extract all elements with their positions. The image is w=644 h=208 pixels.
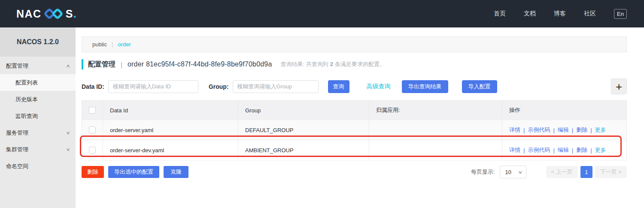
- nav-link-docs[interactable]: 文档: [524, 10, 536, 18]
- sidebar-item-cluster-management[interactable]: 集群管理 ∨: [0, 141, 76, 158]
- add-config-button[interactable]: +: [611, 78, 627, 94]
- breadcrumb-namespace-public[interactable]: public: [92, 41, 107, 48]
- next-page-button[interactable]: 下一页 >: [595, 166, 627, 178]
- page-size-select[interactable]: 10 ∨: [500, 166, 526, 178]
- cell-group: AMBIENT_GROUP: [238, 140, 369, 160]
- breadcrumb-namespace-order[interactable]: order: [118, 41, 131, 48]
- group-label: Group:: [209, 83, 229, 90]
- top-navbar: NAC S. 首页 文档 博客 社区 En: [0, 0, 644, 27]
- edit-link[interactable]: 编辑: [558, 126, 569, 134]
- logo-dot: .: [73, 8, 76, 20]
- more-link[interactable]: 更多: [595, 146, 606, 154]
- cell-app: [369, 140, 502, 160]
- nacos-infinity-icon: [43, 8, 65, 20]
- header-app: 归属应用:: [369, 101, 502, 120]
- main-content: public | order 配置管理 | order 81ec95f4-c87…: [76, 27, 644, 208]
- page-title-row: 配置管理 | order 81ec95f4-c87f-44bd-8fe9-8be…: [82, 58, 638, 71]
- sidebar-item-service-management[interactable]: 服务管理 ∨: [0, 124, 76, 141]
- row-checkbox[interactable]: [89, 147, 96, 154]
- sidebar-menu: 配置管理 ∧ 配置列表 历史版本 监听查询 服务管理 ∨ 集群管理 ∨ 命名空间: [0, 57, 76, 175]
- export-query-results-button[interactable]: 导出查询结果: [402, 80, 448, 93]
- import-config-button[interactable]: 导入配置: [462, 80, 497, 93]
- language-toggle-button[interactable]: En: [614, 9, 627, 19]
- delete-link[interactable]: 删除: [576, 126, 587, 134]
- header-group: Group: [238, 101, 369, 120]
- export-selected-button[interactable]: 导出选中的配置: [108, 166, 159, 178]
- details-link[interactable]: 详情: [509, 146, 520, 154]
- nav-link-community[interactable]: 社区: [584, 10, 596, 18]
- select-all-checkbox[interactable]: [89, 107, 96, 114]
- query-result-text: 查询结果: 共查询到2条满足要求的配置。: [281, 60, 385, 68]
- search-button[interactable]: 查询: [328, 80, 349, 93]
- advanced-query-link[interactable]: 高级查询: [367, 83, 391, 90]
- nav-link-home[interactable]: 首页: [494, 10, 506, 18]
- more-link[interactable]: 更多: [595, 126, 606, 134]
- table-row-highlighted: order-server-dev.yaml AMBIENT_GROUP 详情 |…: [82, 140, 626, 160]
- delete-link[interactable]: 删除: [576, 146, 587, 154]
- dataid-input[interactable]: [108, 80, 198, 93]
- breadcrumb: public | order: [82, 36, 627, 52]
- sample-code-link[interactable]: 示例代码: [528, 146, 550, 154]
- nacos-logo[interactable]: NAC S.: [16, 8, 76, 20]
- sidebar-item-config-management[interactable]: 配置管理 ∧: [0, 57, 76, 74]
- clone-button[interactable]: 克隆: [164, 166, 188, 178]
- sidebar-item-listener-query[interactable]: 监听查询: [0, 108, 76, 124]
- group-input[interactable]: [233, 80, 319, 93]
- edit-link[interactable]: 编辑: [558, 146, 569, 154]
- title-accent-bar: [82, 59, 83, 69]
- cell-app: [369, 120, 502, 140]
- title-separator: |: [121, 61, 122, 68]
- nav-link-blog[interactable]: 博客: [554, 10, 566, 18]
- chevron-down-icon: ∨: [66, 130, 70, 135]
- details-link[interactable]: 详情: [509, 126, 520, 134]
- breadcrumb-separator: |: [112, 41, 113, 48]
- topnav-links: 首页 文档 博客 社区 En: [494, 9, 627, 19]
- filter-toolbar: Data ID: Group: 查询 高级查询 导出查询结果 导入配置 +: [82, 78, 627, 94]
- sidebar-item-config-list[interactable]: 配置列表: [0, 74, 76, 91]
- current-page-button[interactable]: 1: [580, 166, 592, 178]
- prev-page-button[interactable]: < 上一页: [546, 166, 578, 178]
- sidebar-item-history-versions[interactable]: 历史版本: [0, 91, 76, 108]
- table-row: order-server.yaml DEFAULT_GROUP 详情 | 示例代…: [82, 120, 626, 140]
- pagination: 每页显示: 10 ∨ < 上一页 1 下一页 >: [471, 166, 627, 178]
- sidebar: NACOS 1.2.0 配置管理 ∧ 配置列表 历史版本 监听查询 服务管理 ∨…: [0, 27, 76, 208]
- header-operations: 操作: [502, 101, 626, 120]
- query-result-count: 2: [330, 61, 333, 67]
- delete-selected-button[interactable]: 删除: [82, 166, 104, 178]
- header-data-id: Data Id: [103, 101, 238, 120]
- cell-operations: 详情 | 示例代码 | 编辑 | 删除 | 更多: [502, 140, 626, 160]
- sample-code-link[interactable]: 示例代码: [528, 126, 550, 134]
- row-checkbox[interactable]: [89, 127, 96, 133]
- sidebar-version-header: NACOS 1.2.0: [0, 27, 76, 57]
- cell-group: DEFAULT_GROUP: [238, 120, 369, 140]
- sidebar-item-namespace[interactable]: 命名空间: [0, 158, 76, 175]
- page-size-value: 10: [505, 169, 511, 175]
- logo-text-prefix: NAC: [16, 8, 42, 20]
- chevron-up-icon: ∧: [66, 63, 70, 68]
- cell-data-id: order-server-dev.yaml: [103, 140, 238, 160]
- logo-text-suffix: S: [66, 8, 73, 20]
- cell-data-id: order-server.yaml: [103, 120, 238, 140]
- dataid-label: Data ID:: [82, 83, 104, 90]
- table-footer-toolbar: 删除 导出选中的配置 克隆 每页显示: 10 ∨ < 上一页 1 下一页 >: [82, 166, 627, 178]
- config-table: Data Id Group 归属应用: 操作 order-server.yaml…: [82, 100, 627, 160]
- page-title: 配置管理: [88, 60, 115, 69]
- chevron-down-icon: ∨: [518, 170, 522, 175]
- page-subtitle-namespace-id: order 81ec95f4-c87f-44bd-8fe9-8be9f70b0d…: [128, 60, 272, 68]
- cell-operations: 详情 | 示例代码 | 编辑 | 删除 | 更多: [502, 120, 626, 140]
- page-size-label: 每页显示:: [471, 168, 495, 176]
- table-header-row: Data Id Group 归属应用: 操作: [82, 101, 626, 120]
- chevron-down-icon: ∨: [66, 147, 70, 152]
